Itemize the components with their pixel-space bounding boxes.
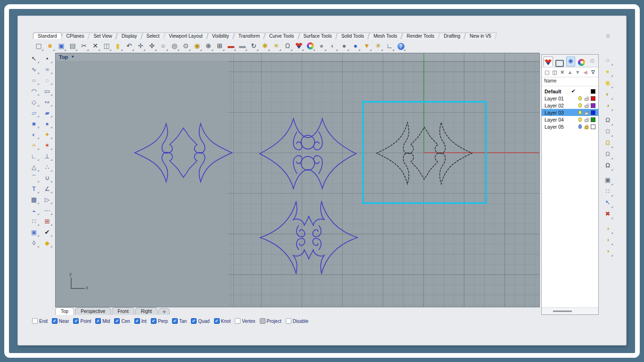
more-tab[interactable]: ⊙	[588, 57, 597, 66]
layer-dialog-button[interactable]: ▣	[603, 175, 613, 185]
check-tool[interactable]: ✔	[41, 227, 53, 237]
layer-row-layer-04[interactable]: Layer 04	[542, 116, 598, 123]
panel-resize-grip[interactable]	[553, 311, 572, 312]
layer-visibility-bulb-icon[interactable]	[578, 124, 582, 129]
open-file-button[interactable]: ■	[45, 41, 55, 51]
set-view-button[interactable]: ▬	[237, 41, 248, 51]
layer-color-swatch[interactable]	[591, 103, 595, 108]
viewport-title-caret-icon[interactable]: ▾	[72, 54, 74, 59]
render-button[interactable]: ●	[350, 41, 361, 51]
osnap-vertex-checkbox[interactable]	[235, 318, 240, 324]
menu-tab-set-view[interactable]: Set View	[89, 33, 116, 39]
offset-surface-tool[interactable]: ∴	[41, 162, 53, 172]
sphere-tool[interactable]: ●	[41, 119, 53, 129]
menu-tab-standard[interactable]: Standard	[33, 33, 62, 39]
osnap-project-checkbox[interactable]	[260, 318, 265, 324]
surface-loft-tool[interactable]: ▰	[41, 108, 53, 118]
osnap-near-checkbox[interactable]: ✔	[52, 318, 58, 324]
layer-color-swatch[interactable]	[591, 96, 595, 101]
layer-lock-icon[interactable]	[585, 126, 588, 129]
delete-layer-button[interactable]: ✕	[560, 69, 565, 75]
layer-row-layer-05[interactable]: Layer 05	[542, 123, 598, 130]
new-layer-button[interactable]: ▢	[544, 69, 550, 75]
options-gear-button[interactable]: ✳	[373, 41, 383, 51]
array-tool[interactable]: ▷	[41, 195, 53, 205]
layer-lock-icon[interactable]	[585, 98, 588, 101]
layer-row-layer-03[interactable]: Layer 03	[542, 109, 598, 116]
chamfer-edge-tool[interactable]: ⊥	[41, 151, 53, 161]
layer-visibility-bulb-icon[interactable]	[578, 117, 582, 122]
layer-visibility-bulb-icon[interactable]	[578, 110, 582, 115]
menu-tab-select[interactable]: Select	[142, 33, 165, 39]
ellipse-tool[interactable]: ◌	[41, 75, 53, 85]
osnap-perp-checkbox[interactable]: ✔	[151, 318, 157, 324]
copy-button[interactable]: ◫	[101, 41, 112, 51]
lamp-off-button[interactable]: ○	[603, 56, 613, 66]
fillet-curve-tool[interactable]: ⌒	[28, 173, 40, 183]
layer-row-layer-02[interactable]: Layer 02	[542, 102, 598, 109]
unlock-objects-button[interactable]: Ω	[603, 127, 613, 137]
box-tool[interactable]: ■	[28, 119, 40, 129]
layer-color-swatch[interactable]	[591, 89, 595, 94]
change-layer-button[interactable]: ↖	[603, 198, 613, 208]
render-mesh-tool[interactable]: ◒	[28, 206, 40, 215]
new-sublayer-button[interactable]: ◫	[552, 69, 557, 75]
fillet-edge-tool[interactable]: ∟	[28, 151, 40, 161]
box-edit-tool[interactable]: ▣	[28, 227, 40, 237]
osnap-disable-checkbox[interactable]	[286, 318, 291, 324]
osnap-mid-checkbox[interactable]: ✔	[95, 318, 101, 324]
zoom-target-button[interactable]: ⊙	[181, 41, 191, 51]
zoom-selected-button[interactable]: ◉	[192, 41, 202, 51]
filter-button[interactable]: ∇	[590, 69, 596, 75]
helix-tool[interactable]: ∾	[41, 97, 53, 107]
layer-lock-icon[interactable]	[585, 105, 588, 108]
explode-tool[interactable]: ✶	[41, 140, 53, 150]
layer-lock-icon[interactable]	[585, 119, 588, 122]
menu-tab-transform[interactable]: Transform	[234, 33, 264, 39]
pan-button[interactable]: ✛	[135, 41, 146, 51]
render-tools-button[interactable]: ▼	[362, 41, 372, 51]
polyline-tool[interactable]: ∿	[28, 65, 40, 74]
move-button[interactable]: ✜	[147, 41, 157, 51]
osnap-knot-checkbox[interactable]: ✔	[214, 318, 220, 324]
help-button[interactable]: ?	[396, 41, 406, 51]
named-views-button[interactable]: ▬	[226, 41, 236, 51]
select-tool[interactable]: ↖	[28, 54, 40, 64]
lamps-swap-button[interactable]: ◑	[603, 101, 613, 111]
analyze-curvature-tool[interactable]: ◊	[28, 238, 40, 248]
lamp-on-button[interactable]: ●	[603, 67, 613, 77]
lock-objects-button[interactable]: Ω	[603, 115, 613, 125]
menu-tab-solid-tools[interactable]: Solid Tools	[337, 33, 369, 39]
viewport-tab-right[interactable]: Right	[135, 307, 157, 315]
menu-tab-display[interactable]: Display	[117, 33, 142, 39]
unlock-selected-button[interactable]: Ω	[603, 138, 613, 148]
lamp-one-on-button[interactable]: ◉	[603, 78, 613, 88]
menu-tab-mesh-tools[interactable]: Mesh Tools	[369, 33, 402, 39]
boolean-union-tool[interactable]: ✦	[41, 130, 53, 140]
libraries-tab[interactable]	[578, 57, 586, 66]
layer-color-swatch[interactable]	[591, 110, 595, 115]
undo-button[interactable]: ↶	[124, 41, 134, 51]
layer-color-swatch[interactable]	[591, 117, 595, 122]
osnap-end-checkbox[interactable]	[32, 318, 38, 324]
extract-points-tool[interactable]: ⋯	[41, 206, 53, 215]
blend-surface-tool[interactable]: △	[28, 162, 40, 172]
zoom-dynamic-button[interactable]: ○	[158, 41, 168, 51]
paste-button[interactable]: ▮	[113, 41, 123, 51]
print-button[interactable]: ▤	[67, 41, 78, 51]
zoom-window-button[interactable]: ◎	[169, 41, 180, 51]
point-edit-tool[interactable]: ∠	[41, 184, 53, 194]
polygon-tool[interactable]: ◇	[28, 97, 40, 107]
layer-off-button[interactable]: ◑	[603, 247, 613, 256]
menu-tab-curve-tools[interactable]: Curve Tools	[264, 33, 299, 39]
layer-on-button[interactable]: ◑	[603, 235, 613, 245]
menu-tab-surface-tools[interactable]: Surface Tools	[299, 33, 337, 39]
osnap-int-checkbox[interactable]: ✔	[134, 318, 140, 324]
osnap-toggle-button[interactable]: ✱	[260, 41, 270, 51]
point-tool[interactable]: •	[41, 54, 53, 64]
menu-tab-cplanes[interactable]: CPlanes	[62, 33, 89, 39]
layer-row-layer-01[interactable]: Layer 01	[542, 95, 598, 102]
rectangle-tool[interactable]: ▭	[41, 86, 53, 96]
viewport-title[interactable]: Top	[59, 54, 68, 60]
lamp-button[interactable]: ☀	[271, 41, 281, 51]
